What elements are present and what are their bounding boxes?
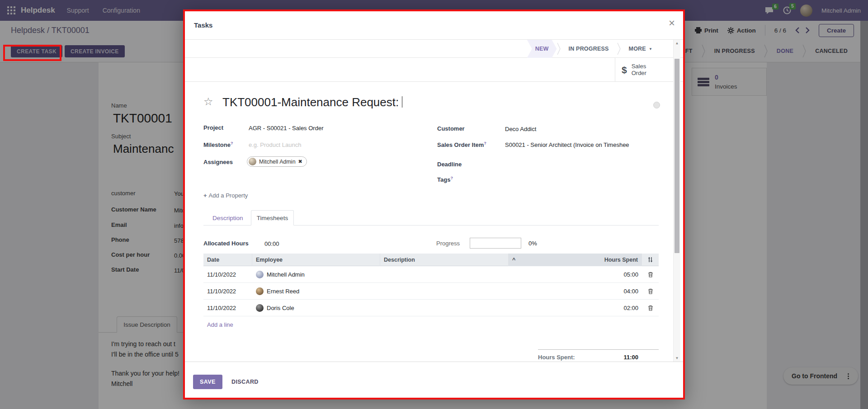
milestone-label: Milestone? — [203, 141, 233, 148]
adjust-columns-icon — [647, 257, 653, 263]
scroll-down-icon[interactable]: ▼ — [674, 356, 680, 360]
chevron-down-icon: ▼ — [649, 47, 652, 51]
project-value[interactable]: AGR - S00021 - Sales Order — [249, 125, 384, 132]
cell-employee[interactable]: Ernest Reed — [252, 287, 380, 295]
customer-value[interactable]: Deco Addict — [505, 126, 645, 132]
tab-timesheets[interactable]: Timesheets — [251, 210, 294, 226]
cell-hours[interactable]: 02:00 — [509, 305, 642, 311]
tasks-modal: Tasks × NEW IN PROGRESS MORE▼ $ Sales Or… — [183, 9, 685, 400]
tags-label: Tags? — [437, 176, 453, 183]
assignee-avatar — [249, 158, 256, 165]
optional-columns-button[interactable] — [642, 254, 659, 266]
cell-date[interactable]: 11/10/2022 — [203, 271, 252, 278]
plus-icon: + — [203, 192, 207, 199]
modal-stage-in-progress[interactable]: IN PROGRESS — [561, 40, 617, 58]
create-task-highlight-box — [3, 45, 61, 61]
trash-icon — [648, 305, 653, 311]
timesheet-row[interactable]: 11/10/2022 Ernest Reed 04:00 — [203, 283, 659, 300]
header-description[interactable]: Description — [380, 254, 509, 266]
text-cursor — [402, 96, 402, 108]
modal-header: Tasks × — [185, 11, 683, 40]
project-label: Project — [203, 124, 223, 131]
sales-order-item-label: Sales Order Item? — [437, 141, 486, 148]
header-employee[interactable]: Employee — [252, 254, 380, 266]
modal-status-row: NEW IN PROGRESS MORE▼ — [185, 40, 683, 58]
cell-hours[interactable]: 04:00 — [509, 288, 642, 295]
allocated-hours-label: Allocated Hours — [203, 240, 249, 247]
table-header-row: Date Employee Description ^Hours Spent — [203, 254, 659, 266]
sales-order-smart-button[interactable]: $ Sales Order — [615, 58, 673, 82]
sales-order-label: Sales Order — [632, 63, 651, 77]
progress-input[interactable] — [470, 238, 521, 249]
save-button[interactable]: SAVE — [193, 375, 222, 389]
dollar-icon: $ — [622, 65, 627, 75]
total-hours-value: 11:00 — [623, 354, 638, 361]
deadline-label: Deadline — [437, 161, 462, 168]
stage-chevron — [557, 42, 561, 55]
help-icon: ? — [231, 141, 233, 146]
task-title-input[interactable]: TKT00001-Maintenance Request: — [222, 95, 402, 109]
kanban-state-icon[interactable] — [653, 102, 660, 108]
totals-row: Hours Spent: 11:00 — [538, 354, 638, 361]
total-hours-label: Hours Spent: — [538, 354, 575, 361]
cell-date[interactable]: 11/10/2022 — [203, 288, 252, 295]
employee-avatar — [256, 271, 264, 278]
header-date[interactable]: Date — [203, 254, 252, 266]
modal-button-box: $ Sales Order — [185, 58, 683, 82]
help-icon: ? — [484, 141, 486, 146]
totals-divider — [538, 349, 659, 350]
modal-footer: SAVE DISCARD — [185, 362, 683, 398]
scrollbar-thumb[interactable] — [675, 59, 679, 253]
add-property-button[interactable]: +Add a Property — [203, 192, 248, 199]
discard-button[interactable]: DISCARD — [227, 375, 263, 389]
customer-label: Customer — [437, 125, 465, 132]
employee-avatar — [256, 287, 264, 295]
scroll-up-icon[interactable]: ▲ — [674, 41, 680, 45]
modal-title: Tasks — [194, 21, 212, 29]
add-a-line-button[interactable]: Add a line — [203, 316, 659, 333]
timesheets-table: Date Employee Description ^Hours Spent 1… — [203, 254, 659, 333]
delete-row-button[interactable] — [642, 288, 659, 294]
timesheet-row[interactable]: 11/10/2022 Doris Cole 02:00 — [203, 300, 659, 316]
close-icon[interactable]: × — [669, 18, 675, 28]
delete-row-button[interactable] — [642, 272, 659, 277]
sales-order-item-value[interactable]: S00021 - Senior Architect (Invoice on Ti… — [505, 141, 646, 148]
help-icon: ? — [450, 176, 453, 180]
employee-avatar — [256, 304, 264, 312]
delete-row-button[interactable] — [642, 305, 659, 311]
milestone-input[interactable]: e.g. Product Launch — [249, 141, 384, 148]
sort-asc-icon: ^ — [512, 257, 515, 263]
tab-description[interactable]: Description — [212, 215, 243, 221]
timesheet-row[interactable]: 11/10/2022 Mitchell Admin 05:00 — [203, 266, 659, 283]
allocated-hours-value[interactable]: 00:00 — [264, 240, 279, 247]
trash-icon — [648, 288, 653, 294]
cell-hours[interactable]: 05:00 — [509, 271, 642, 278]
progress-percent: 0% — [528, 240, 537, 247]
cell-employee[interactable]: Doris Cole — [252, 304, 380, 312]
assignee-name: Mitchell Admin — [259, 159, 296, 165]
assignee-tag[interactable]: Mitchell Admin ✖ — [247, 156, 307, 167]
header-hours-spent[interactable]: ^Hours Spent — [509, 254, 642, 266]
modal-stage-more-dropdown[interactable]: MORE▼ — [621, 40, 660, 58]
modal-stage-new[interactable]: NEW — [527, 40, 557, 58]
assignees-label: Assignees — [203, 159, 233, 165]
remove-tag-icon[interactable]: ✖ — [298, 159, 302, 165]
cell-date[interactable]: 11/10/2022 — [203, 305, 252, 311]
favorite-star-icon[interactable]: ☆ — [203, 95, 213, 108]
trash-icon — [648, 272, 653, 277]
cell-employee[interactable]: Mitchell Admin — [252, 271, 380, 278]
stage-chevron — [617, 42, 621, 55]
progress-label: Progress — [436, 240, 460, 247]
modal-scrollbar[interactable]: ▲ ▼ — [673, 40, 680, 362]
